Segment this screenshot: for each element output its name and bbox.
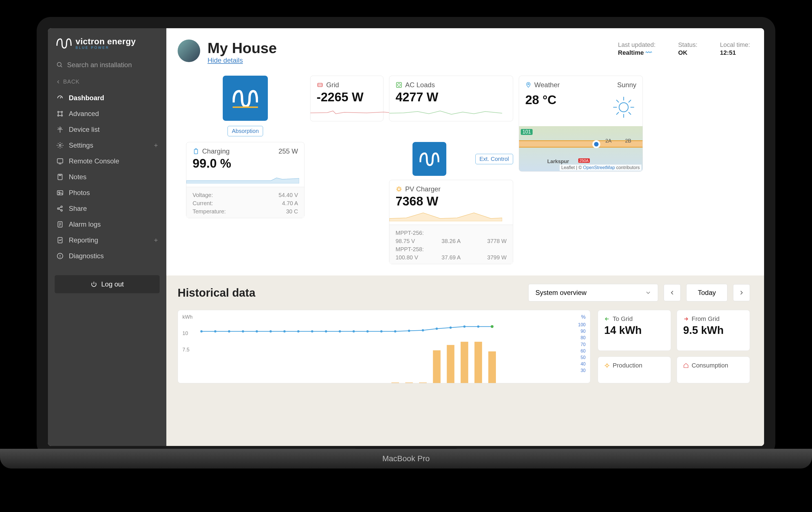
pv-charger-card[interactable]: PV Charger 7368 W MPPT-256:98.75 V38.26 … — [389, 180, 513, 264]
charging-details: Voltage:54.40 VCurrent:4.70 ATemperature… — [186, 187, 304, 218]
nav-item-device-list[interactable]: Device list — [48, 122, 166, 137]
svg-point-103 — [491, 325, 493, 328]
plus-icon[interactable]: + — [154, 141, 158, 149]
laptop-base: MacBook Pro — [0, 449, 812, 468]
svg-line-42 — [617, 100, 618, 102]
svg-line-55 — [397, 187, 398, 188]
header-meta: Last updated: Realtime 〰 Status: OK Loca… — [618, 41, 750, 56]
svg-point-100 — [463, 325, 465, 328]
svg-rect-79 — [474, 342, 482, 383]
svg-line-43 — [629, 112, 631, 114]
history-chart-svg — [195, 324, 505, 383]
svg-line-58 — [400, 187, 401, 188]
main-content: My House Hide details Last updated: Real… — [166, 28, 764, 446]
nav-item-label: Dashboard — [69, 94, 104, 102]
svg-point-86 — [269, 330, 272, 332]
map-attribution: Leaflet | © OpenStreetMap contributors — [560, 165, 641, 171]
nav-item-diagnostics[interactable]: Diagnostics — [48, 248, 166, 264]
realtime-pulse-icon: 〰 — [646, 49, 652, 56]
nav-item-reporting[interactable]: Reporting+ — [48, 232, 166, 248]
svg-point-83 — [228, 330, 230, 332]
page-title: My House — [207, 39, 611, 56]
svg-point-4 — [61, 111, 62, 112]
svg-point-47 — [594, 142, 599, 146]
installation-avatar[interactable] — [178, 39, 200, 62]
to-grid-stat[interactable]: To Grid 14 kWh — [598, 310, 671, 351]
plus-icon[interactable]: + — [154, 236, 158, 244]
home-icon — [683, 363, 689, 368]
history-title: Historical data — [178, 287, 256, 299]
photos-icon — [56, 189, 64, 196]
weather-card[interactable]: Weather 28 °C Sunny 101 2A 2B — [519, 76, 643, 171]
inverter-device-icon[interactable] — [223, 76, 268, 121]
chevron-right-icon — [739, 290, 744, 296]
history-view-select[interactable]: System overview — [528, 284, 658, 301]
search-input[interactable]: Search an installation — [48, 56, 166, 73]
nav-item-share[interactable]: Share — [48, 201, 166, 216]
history-prev-button[interactable] — [664, 284, 680, 301]
svg-point-92 — [353, 330, 355, 332]
chevron-left-icon — [56, 80, 60, 84]
nav-list: DashboardAdvancedDevice listSettings+Rem… — [48, 90, 166, 264]
svg-point-17 — [59, 192, 60, 193]
svg-line-1 — [61, 66, 62, 67]
svg-point-96 — [408, 330, 410, 332]
grid-card[interactable]: Grid -2265 W — [310, 76, 383, 122]
mppt-device-icon[interactable] — [412, 142, 446, 176]
svg-point-82 — [214, 330, 216, 332]
from-grid-stat[interactable]: From Grid 9.5 kWh — [677, 310, 750, 351]
nav-item-label: Reporting — [69, 236, 98, 244]
report-icon — [56, 237, 64, 244]
svg-line-45 — [629, 100, 631, 102]
map-marker-icon — [591, 139, 602, 151]
svg-point-88 — [297, 330, 299, 332]
arrow-right-icon — [683, 316, 689, 322]
nav-item-label: Notes — [69, 173, 87, 181]
svg-rect-78 — [461, 342, 468, 383]
acloads-card[interactable]: AC Loads 4277 W — [389, 76, 513, 122]
ext-control-tag: Ext. Control — [475, 154, 513, 164]
svg-point-5 — [58, 115, 59, 116]
consumption-stat[interactable]: Consumption — [677, 356, 750, 383]
production-stat[interactable]: Production — [598, 356, 671, 383]
logout-button[interactable]: Log out — [55, 275, 160, 293]
svg-rect-13 — [57, 159, 63, 163]
svg-point-93 — [367, 330, 369, 332]
nav-item-dashboard[interactable]: Dashboard — [48, 90, 166, 106]
nav-item-label: Photos — [69, 189, 90, 197]
nav-item-notes[interactable]: Notes — [48, 169, 166, 185]
nav-item-photos[interactable]: Photos — [48, 185, 166, 201]
svg-point-94 — [380, 330, 383, 332]
svg-rect-76 — [433, 350, 441, 383]
svg-line-57 — [397, 190, 398, 191]
share-icon — [56, 205, 64, 212]
alarm-icon — [56, 221, 64, 228]
nav-item-label: Diagnostics — [69, 252, 104, 260]
grid-icon — [317, 82, 323, 88]
nav-item-settings[interactable]: Settings+ — [48, 137, 166, 153]
history-today-button[interactable]: Today — [686, 284, 727, 301]
installation-map[interactable]: 101 2A 2B Larkspur 250A Leaflet | © Open… — [519, 126, 642, 171]
battery-icon — [193, 148, 199, 155]
svg-point-81 — [200, 330, 203, 332]
svg-line-56 — [400, 190, 401, 191]
nav-item-remote-console[interactable]: Remote Console — [48, 153, 166, 169]
svg-point-95 — [394, 330, 397, 332]
pv-mppt-details: MPPT-256:98.75 V38.26 A3778 WMPPT-258:10… — [389, 225, 513, 264]
page-header: My House Hide details Last updated: Real… — [166, 28, 764, 70]
hide-details-link[interactable]: Hide details — [207, 56, 243, 64]
settings-icon — [56, 142, 64, 149]
back-button[interactable]: BACK — [48, 73, 166, 90]
advanced-icon — [56, 110, 64, 117]
history-chart[interactable]: kWh % 107.5 10090807060504030 — [178, 310, 590, 383]
charging-sparkline — [186, 172, 299, 184]
svg-rect-77 — [447, 345, 455, 383]
dashboard-grid: Grid -2265 W Absorption AC Loads — [166, 70, 764, 275]
charging-card[interactable]: Charging 255 W 99.0 % Voltage:54.40 VCur… — [186, 142, 304, 218]
nav-item-advanced[interactable]: Advanced — [48, 106, 166, 122]
nav-item-alarm-logs[interactable]: Alarm logs — [48, 216, 166, 232]
nav-item-label: Remote Console — [69, 157, 119, 165]
svg-line-21 — [59, 207, 61, 208]
search-icon — [56, 61, 63, 68]
history-next-button[interactable] — [733, 284, 750, 301]
